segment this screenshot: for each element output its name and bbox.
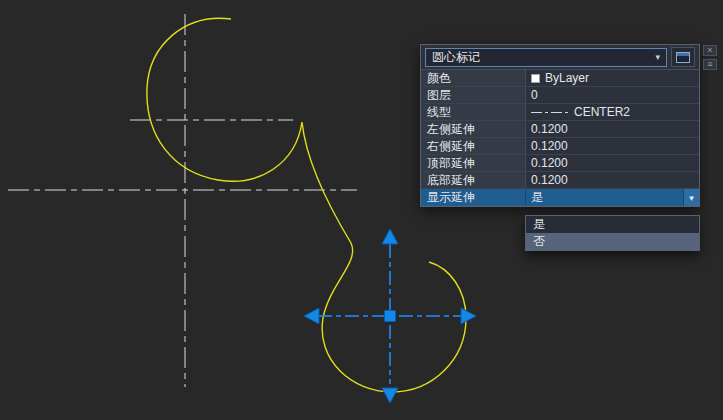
grip-arrow-right[interactable] <box>461 308 476 324</box>
property-row-color[interactable]: 颜色 ByLayer <box>421 70 699 87</box>
property-value-text: 0.1200 <box>531 173 568 187</box>
menu-icon[interactable]: ≡ <box>703 59 717 70</box>
property-label-text: 右侧延伸 <box>427 138 475 155</box>
property-label: 显示延伸 <box>421 189 525 206</box>
property-value[interactable]: 0.1200 <box>525 121 699 137</box>
property-label-text: 左侧延伸 <box>427 121 475 138</box>
object-type-label: 圆心标记 <box>432 49 480 66</box>
object-type-dropdown[interactable]: 圆心标记 ▾ <box>425 48 667 67</box>
spline-curve[interactable] <box>147 18 466 392</box>
property-label: 图层 <box>421 87 525 103</box>
combo-dropdown-button[interactable]: ▾ <box>683 189 699 206</box>
property-label: 左侧延伸 <box>421 121 525 137</box>
property-value[interactable]: 0.1200 <box>525 172 699 188</box>
property-label-text: 显示延伸 <box>427 189 475 206</box>
property-row-right-extension[interactable]: 右侧延伸 0.1200 <box>421 138 699 155</box>
property-label: 颜色 <box>421 70 525 86</box>
property-value[interactable]: 0.1200 <box>525 138 699 154</box>
property-value-text: 0.1200 <box>531 122 568 136</box>
property-value-text: 0.1200 <box>531 139 568 153</box>
property-value-text: 是 <box>531 189 543 206</box>
property-value[interactable]: 0 <box>525 87 699 103</box>
property-label: 顶部延伸 <box>421 155 525 171</box>
linetype-sample-icon <box>531 112 569 113</box>
property-value-text: 0.1200 <box>531 156 568 170</box>
property-label-text: 颜色 <box>427 70 451 87</box>
show-extension-combobox[interactable]: 是 ▾ <box>525 189 699 206</box>
color-swatch <box>531 74 540 83</box>
chevron-down-icon: ▾ <box>655 52 660 62</box>
property-row-top-extension[interactable]: 顶部延伸 0.1200 <box>421 155 699 172</box>
customize-button[interactable] <box>671 47 695 67</box>
property-row-layer[interactable]: 图层 0 <box>421 87 699 104</box>
properties-grid: 颜色 ByLayer 图层 0 线型 CENTER2 <box>421 70 699 206</box>
property-row-show-extension[interactable]: 显示延伸 是 ▾ <box>421 189 699 206</box>
panel-header: 圆心标记 ▾ <box>421 45 699 70</box>
property-label: 线型 <box>421 104 525 120</box>
property-value[interactable]: CENTER2 <box>525 104 699 120</box>
quick-properties-panel: 圆心标记 ▾ 颜色 ByLayer 图层 0 线型 <box>420 44 700 207</box>
dropdown-option-no[interactable]: 否 <box>526 233 699 250</box>
dropdown-option-label: 是 <box>533 216 545 233</box>
property-label: 底部延伸 <box>421 172 525 188</box>
show-extension-dropdown-list: 是 否 <box>525 215 700 251</box>
customize-icon <box>676 52 690 63</box>
dropdown-option-label: 否 <box>533 233 545 250</box>
property-value-text: CENTER2 <box>574 105 630 119</box>
property-label: 右侧延伸 <box>421 138 525 154</box>
property-value-text: ByLayer <box>545 71 589 85</box>
grip-center-square[interactable] <box>385 311 396 322</box>
property-label-text: 底部延伸 <box>427 172 475 189</box>
property-value[interactable]: ByLayer <box>525 70 699 86</box>
property-value-text: 0 <box>531 88 538 102</box>
property-row-left-extension[interactable]: 左侧延伸 0.1200 <box>421 121 699 138</box>
dropdown-option-yes[interactable]: 是 <box>526 216 699 233</box>
property-row-linetype[interactable]: 线型 CENTER2 <box>421 104 699 121</box>
property-value[interactable]: 0.1200 <box>525 155 699 171</box>
property-row-bottom-extension[interactable]: 底部延伸 0.1200 <box>421 172 699 189</box>
property-label-text: 图层 <box>427 87 451 104</box>
grip-arrow-bottom[interactable] <box>382 388 398 403</box>
chevron-down-icon: ▾ <box>689 193 694 203</box>
property-label-text: 顶部延伸 <box>427 155 475 172</box>
close-icon[interactable]: × <box>703 45 717 56</box>
property-label-text: 线型 <box>427 104 451 121</box>
grip-arrow-left[interactable] <box>304 308 319 324</box>
grip-arrow-top[interactable] <box>382 229 398 244</box>
palette-side-buttons: × ≡ <box>703 45 718 70</box>
